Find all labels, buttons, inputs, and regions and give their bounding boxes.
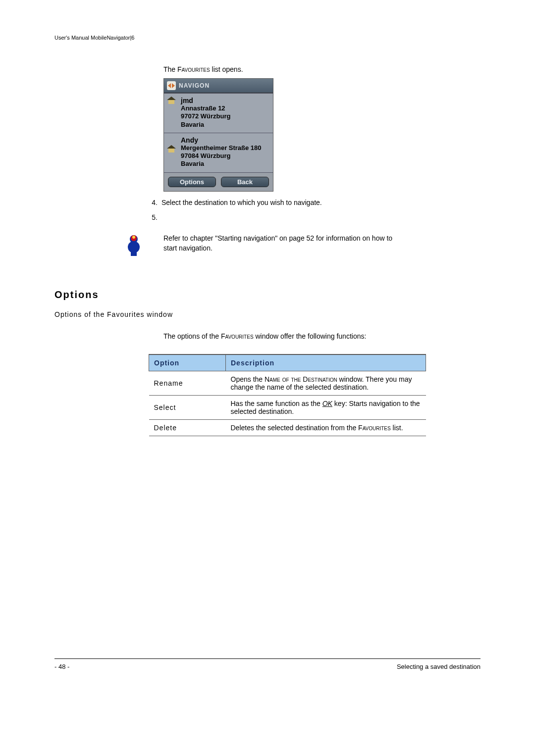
td-option-select: Select xyxy=(149,395,226,419)
table-row: Select Has the same function as the OK k… xyxy=(149,395,426,419)
step-text: Select the destination to which you wish… xyxy=(161,199,322,206)
favourite-address-line: 97072 Würzburg xyxy=(181,112,269,120)
options-intro-prefix: The options of the xyxy=(163,332,221,340)
td-description: Deletes the selected destination from th… xyxy=(226,419,426,436)
note-row: Refer to chapter "Starting navigation" o… xyxy=(54,233,481,259)
favourites-screenshot: NAVIGON jmd Annastraße 12 97072 Würzburg… xyxy=(163,78,273,192)
favourite-address-line: Annastraße 12 xyxy=(181,104,269,112)
back-softkey[interactable]: Back xyxy=(221,177,269,187)
options-intro-favourites: Favourites xyxy=(221,332,254,340)
intro-prefix: The xyxy=(163,65,177,73)
desc-smallcaps: Name of the Destination xyxy=(265,375,337,383)
footer-section: Selecting a saved destination xyxy=(397,663,481,670)
options-intro: The options of the Favourites window off… xyxy=(163,332,481,340)
softkey-row: Options Back xyxy=(164,173,273,191)
favourite-name: jmd xyxy=(181,97,269,104)
desc-smallcaps: Favourites xyxy=(358,424,391,432)
favourite-address-line: Bavaria xyxy=(181,121,269,129)
table-row: Delete Deletes the selected destination … xyxy=(149,419,426,436)
favourite-address-line: 97084 Würzburg xyxy=(181,152,269,160)
desc-text: Deletes the selected destination from th… xyxy=(231,424,359,432)
options-table: Option Description Rename Opens the Name… xyxy=(149,354,426,436)
td-option-rename: Rename xyxy=(149,371,226,395)
page: User's Manual MobileNavigator|6 The Favo… xyxy=(0,0,535,693)
step-4: 4.Select the destination to which you wi… xyxy=(144,199,481,206)
home-icon xyxy=(167,97,176,104)
note-text: Refer to chapter "Starting navigation" o… xyxy=(163,233,396,253)
desc-text: Opens the xyxy=(231,375,265,383)
navigon-logo-icon xyxy=(167,81,176,90)
intro-favourites: Favourites xyxy=(177,65,210,73)
options-heading: Options xyxy=(54,289,481,301)
favourite-address-line: Bavaria xyxy=(181,160,269,168)
favourite-item-andy[interactable]: Andy Mergentheimer Straße 180 97084 Würz… xyxy=(164,133,273,173)
page-header: User's Manual MobileNavigator|6 xyxy=(54,35,481,41)
navigon-titlebar: NAVIGON xyxy=(164,79,273,93)
hint-person-icon xyxy=(124,233,154,259)
intro-line: The Favourites list opens. xyxy=(163,65,481,73)
th-description: Description xyxy=(226,354,426,371)
options-softkey[interactable]: Options xyxy=(168,177,216,187)
favourite-item-jmd[interactable]: jmd Annastraße 12 97072 Würzburg Bavaria xyxy=(164,93,273,133)
svg-point-4 xyxy=(132,236,135,239)
page-number: - 48 - xyxy=(54,663,69,670)
intro-suffix: list opens. xyxy=(210,65,243,73)
td-description: Opens the Name of the Destination window… xyxy=(226,371,426,395)
table-row: Rename Opens the Name of the Destination… xyxy=(149,371,426,395)
favourite-address-line: Mergentheimer Straße 180 xyxy=(181,144,269,152)
favourite-name: Andy xyxy=(181,136,269,144)
td-description: Has the same function as the OK key: Sta… xyxy=(226,395,426,419)
step-5: 5. xyxy=(144,213,481,221)
home-icon xyxy=(167,145,176,153)
ok-key-text: OK xyxy=(322,400,332,407)
td-option-delete: Delete xyxy=(149,419,226,436)
desc-text: Has the same function as the xyxy=(231,400,322,407)
th-option: Option xyxy=(149,354,226,371)
table-header-row: Option Description xyxy=(149,354,426,371)
desc-text: list. xyxy=(391,424,403,432)
step-number: 5. xyxy=(144,213,158,221)
page-footer: - 48 - Selecting a saved destination xyxy=(54,658,481,670)
navigon-brand: NAVIGON xyxy=(179,82,210,89)
step-number: 4. xyxy=(144,199,158,206)
options-subheading: Options of the Favourites window xyxy=(54,310,481,318)
options-intro-suffix: window offer the following functions: xyxy=(254,332,367,340)
